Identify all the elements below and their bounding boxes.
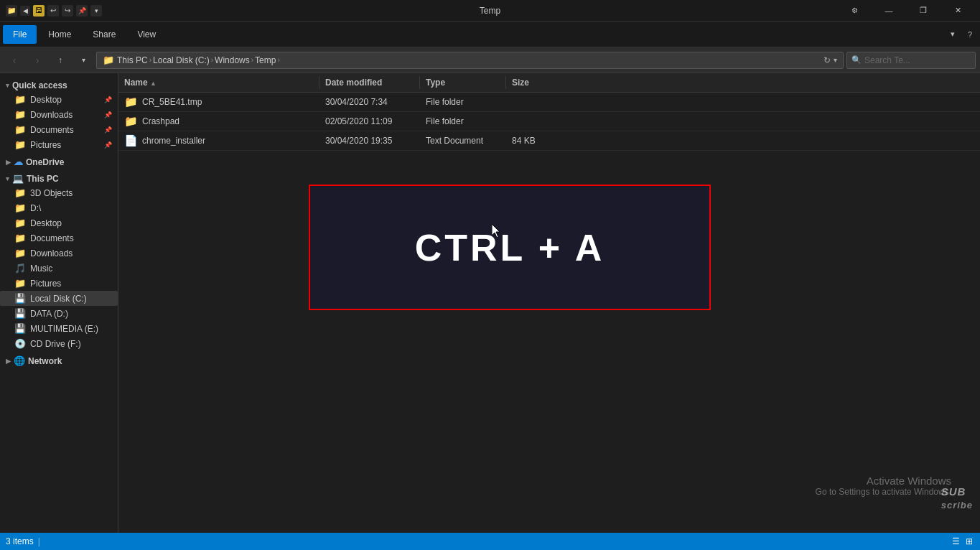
sidebar-item-cd-drive-f[interactable]: 💿 CD Drive (F:) bbox=[0, 336, 118, 351]
chevron-right-icon: ▶ bbox=[6, 358, 11, 365]
column-date-modified[interactable]: Date modified bbox=[319, 76, 420, 89]
undo-btn[interactable]: ↩ bbox=[47, 5, 59, 17]
window-controls: ⚙ — ❐ ✕ bbox=[838, 0, 974, 22]
breadcrumb-temp[interactable]: Temp bbox=[255, 55, 276, 65]
refresh-icon[interactable]: ↻ bbox=[823, 55, 831, 65]
file-name: 📁 CR_5BE41.tmp bbox=[118, 94, 319, 110]
file-date: 30/04/2020 19:35 bbox=[319, 134, 420, 147]
folder-icon: 📁 bbox=[124, 115, 138, 128]
forward-button[interactable]: › bbox=[27, 50, 47, 70]
sidebar-item-3d-objects[interactable]: 📁 3D Objects bbox=[0, 185, 118, 200]
folder-icon: 📁 bbox=[14, 278, 26, 289]
folder-icon: 📁 bbox=[14, 202, 26, 213]
file-type: Text Document bbox=[420, 134, 506, 147]
quick-access-label: Quick access bbox=[12, 80, 67, 90]
file-list-header: Name ▲ Date modified Type Size bbox=[118, 73, 980, 93]
sidebar-item-label: Downloads bbox=[30, 110, 73, 120]
sidebar-item-desktop-quick[interactable]: 📁 Desktop 📌 bbox=[0, 92, 118, 107]
quick-action-1[interactable]: ◀ bbox=[20, 6, 30, 16]
sidebar-item-label: CD Drive (F:) bbox=[30, 339, 81, 349]
minimize-button[interactable]: — bbox=[872, 0, 905, 22]
tab-share[interactable]: Share bbox=[83, 25, 126, 44]
titlebar-icons: 📁 ◀ 🖫 ↩ ↪ 📌 ▾ bbox=[6, 5, 102, 17]
file-size bbox=[506, 101, 564, 103]
settings-icon[interactable]: ⚙ bbox=[838, 0, 871, 22]
sidebar-item-music[interactable]: 🎵 Music bbox=[0, 261, 118, 276]
sidebar-item-pictures-pc[interactable]: 📁 Pictures bbox=[0, 276, 118, 291]
folder-icon: 📁 bbox=[124, 95, 138, 108]
search-icon: 🔍 bbox=[851, 55, 862, 65]
file-name: 📄 chrome_installer bbox=[118, 133, 319, 149]
sidebar-item-label: Downloads bbox=[30, 248, 73, 258]
table-row[interactable]: 📄 chrome_installer 30/04/2020 19:35 Text… bbox=[118, 131, 980, 151]
cloud-icon: ☁ bbox=[14, 157, 23, 167]
sidebar-item-pictures-quick[interactable]: 📁 Pictures 📌 bbox=[0, 137, 118, 152]
column-type[interactable]: Type bbox=[420, 76, 506, 89]
table-row[interactable]: 📁 Crashpad 02/05/2020 11:09 File folder bbox=[118, 112, 980, 131]
folder-icon: 📁 bbox=[14, 187, 26, 198]
ribbon: File Home Share View ▾ ? bbox=[0, 22, 980, 47]
sidebar-item-d-drive[interactable]: 📁 D:\ bbox=[0, 200, 118, 215]
back-button[interactable]: ‹ bbox=[4, 50, 24, 70]
sidebar-item-documents-quick[interactable]: 📁 Documents 📌 bbox=[0, 122, 118, 137]
sidebar-item-downloads-quick[interactable]: 📁 Downloads 📌 bbox=[0, 107, 118, 122]
maximize-button[interactable]: ❐ bbox=[907, 0, 940, 22]
sidebar-item-label: Documents bbox=[30, 233, 74, 243]
sidebar-item-label: D:\ bbox=[30, 203, 41, 213]
search-box[interactable]: 🔍 Search Te... bbox=[846, 52, 976, 69]
quick-action-2[interactable]: 🖫 bbox=[33, 5, 45, 17]
sidebar-item-label: Pictures bbox=[30, 140, 61, 150]
table-row[interactable]: 📁 CR_5BE41.tmp 30/04/2020 7:34 File fold… bbox=[118, 93, 980, 112]
expand-btn[interactable]: ▾ bbox=[90, 5, 102, 17]
close-button[interactable]: ✕ bbox=[941, 0, 974, 22]
sidebar-item-local-disk-c[interactable]: 💾 Local Disk (C:) bbox=[0, 291, 118, 306]
keyboard-shortcut-overlay: CTRL + A bbox=[309, 185, 711, 310]
breadcrumb-this-pc[interactable]: This PC bbox=[117, 55, 148, 65]
column-size[interactable]: Size bbox=[506, 76, 564, 89]
pin-icon: 📌 bbox=[104, 126, 112, 134]
up-button[interactable]: ↑ bbox=[50, 50, 70, 70]
chevron-down-icon: ▾ bbox=[6, 82, 9, 89]
this-pc-header[interactable]: ▾ 💻 This PC bbox=[0, 169, 118, 185]
folder-icon: 📁 bbox=[14, 248, 26, 258]
address-bar[interactable]: 📁 This PC › Local Disk (C:) › Windows › … bbox=[96, 52, 844, 69]
help-icon[interactable]: ? bbox=[963, 24, 977, 45]
recent-locations-button[interactable]: ▾ bbox=[73, 50, 93, 70]
file-area: Name ▲ Date modified Type Size 📁 CR_5BE4… bbox=[118, 73, 980, 533]
cd-icon: 💿 bbox=[14, 338, 26, 349]
keyboard-shortcut-text: CTRL + A bbox=[415, 226, 605, 269]
sidebar-item-multimedia-e[interactable]: 💾 MULTIMEDIA (E:) bbox=[0, 321, 118, 336]
file-name-text: Crashpad bbox=[142, 116, 179, 126]
view-large-icon[interactable]: ⊞ bbox=[964, 535, 974, 548]
network-header[interactable]: ▶ 🌐 Network bbox=[0, 351, 118, 368]
redo-btn[interactable]: ↪ bbox=[62, 5, 73, 17]
main-area: ▾ Quick access 📁 Desktop 📌 📁 Downloads 📌… bbox=[0, 73, 980, 533]
onedrive-header[interactable]: ▶ ☁ OneDrive bbox=[0, 152, 118, 169]
sidebar-item-label: Music bbox=[30, 264, 52, 274]
tab-view[interactable]: View bbox=[127, 25, 166, 44]
folder-icon: 📁 bbox=[14, 109, 26, 120]
pin-btn[interactable]: 📌 bbox=[76, 5, 88, 17]
folder-icon: 📁 bbox=[14, 218, 26, 228]
address-dropdown-icon[interactable]: ▾ bbox=[834, 56, 837, 64]
tab-file[interactable]: File bbox=[3, 25, 37, 44]
folder-icon: 📁 bbox=[14, 233, 26, 243]
sidebar-item-desktop-pc[interactable]: 📁 Desktop bbox=[0, 215, 118, 230]
sidebar-item-documents-pc[interactable]: 📁 Documents bbox=[0, 230, 118, 246]
activate-windows-subtitle: Go to Settings to activate Windows. bbox=[816, 487, 951, 497]
subscribe-logo: SUBscribe bbox=[941, 485, 973, 511]
view-details-icon[interactable]: ☰ bbox=[951, 535, 961, 548]
music-icon: 🎵 bbox=[14, 263, 26, 274]
sidebar-item-downloads-pc[interactable]: 📁 Downloads bbox=[0, 246, 118, 261]
tab-home[interactable]: Home bbox=[38, 25, 81, 44]
drive-icon: 💾 bbox=[14, 323, 26, 334]
sidebar-item-data-d[interactable]: 💾 DATA (D:) bbox=[0, 306, 118, 321]
breadcrumb-local-disk[interactable]: Local Disk (C:) bbox=[153, 55, 210, 65]
file-date: 30/04/2020 7:34 bbox=[319, 95, 420, 108]
column-name[interactable]: Name ▲ bbox=[118, 76, 319, 89]
sidebar-item-label: MULTIMEDIA (E:) bbox=[30, 324, 98, 334]
ribbon-expand-icon[interactable]: ▾ bbox=[946, 24, 960, 45]
breadcrumb-windows[interactable]: Windows bbox=[215, 55, 250, 65]
file-type: File folder bbox=[420, 95, 506, 108]
quick-access-header[interactable]: ▾ Quick access bbox=[0, 76, 118, 92]
